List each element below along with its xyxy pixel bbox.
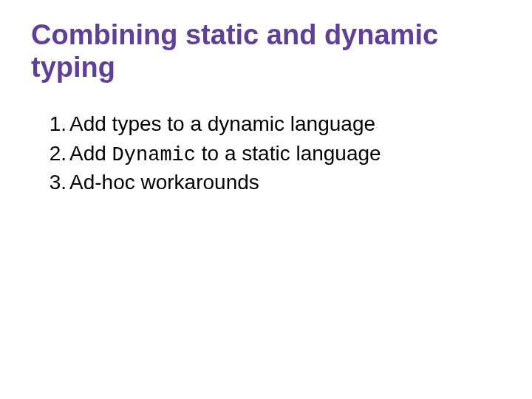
list-item-text: Add — [69, 142, 112, 165]
list-item-text: Ad-hoc workarounds — [69, 171, 259, 194]
bullet-list: Add types to a dynamic language Add Dyna… — [25, 110, 507, 197]
list-item: Ad-hoc workarounds — [69, 168, 507, 197]
list-item-text-post: to a static language — [196, 142, 381, 165]
slide: Combining static and dynamic typing Add … — [0, 0, 532, 399]
list-item-text: Add types to a dynamic language — [69, 112, 375, 135]
list-item: Add Dynamic to a static language — [69, 140, 507, 168]
list-item: Add types to a dynamic language — [69, 110, 507, 139]
list-item-code: Dynamic — [112, 144, 196, 166]
slide-title: Combining static and dynamic typing — [25, 19, 507, 83]
